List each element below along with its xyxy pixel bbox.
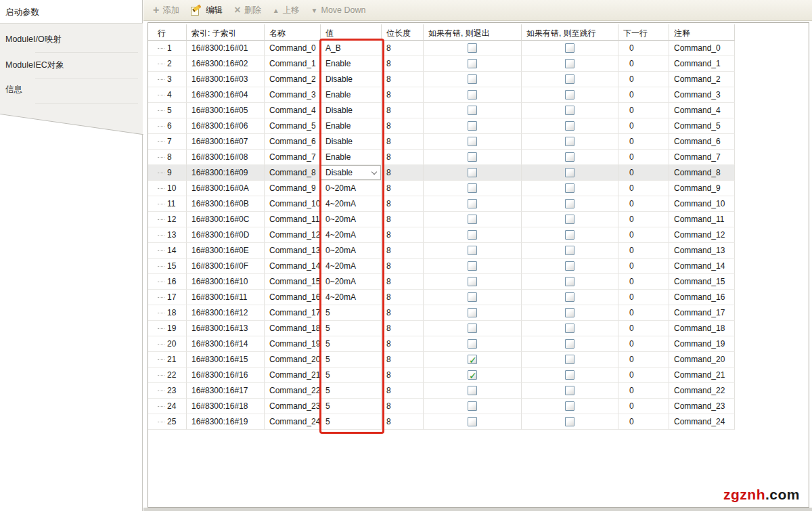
abort-checkbox[interactable] — [468, 106, 477, 115]
table-row[interactable]: 22 16#8300:16#16 Command_21 5 8 0 Comman… — [148, 368, 736, 383]
jump-checkbox[interactable] — [565, 308, 574, 317]
table-row[interactable]: 20 16#8300:16#14 Command_19 5 8 0 Comman… — [148, 336, 736, 352]
value-cell[interactable]: 5 — [321, 399, 382, 414]
column-header-name[interactable]: 名称 — [265, 24, 321, 41]
abort-checkbox[interactable] — [468, 199, 477, 208]
value-cell[interactable]: 5 — [321, 383, 382, 399]
table-row[interactable]: 23 16#8300:16#17 Command_22 5 8 0 Comman… — [148, 383, 736, 399]
jump-checkbox[interactable] — [565, 230, 574, 240]
jump-checkbox[interactable] — [565, 261, 574, 271]
value-cell[interactable]: Disable — [321, 103, 382, 118]
value-cell[interactable]: 4~20mA — [321, 196, 382, 212]
value-cell[interactable]: 0~20mA — [321, 212, 382, 227]
abort-checkbox[interactable] — [468, 215, 477, 224]
abort-checkbox[interactable] — [468, 152, 477, 162]
table-row[interactable]: 8 16#8300:16#08 Command_7 Enable 8 0 Com… — [148, 150, 736, 165]
table-row[interactable]: 1 16#8300:16#01 Command_0 A_B 8 0 Comman… — [148, 41, 736, 56]
move-down-button[interactable]: ▼ Move Down — [311, 5, 366, 15]
sidebar-tab-module-iec-objects[interactable]: ModuleIEC对象 — [5, 60, 64, 71]
value-cell[interactable]: 5 — [321, 336, 382, 352]
value-cell[interactable]: Disable — [321, 72, 382, 87]
dropdown-chevron-icon[interactable] — [371, 169, 377, 175]
abort-checkbox[interactable] — [468, 308, 477, 317]
value-cell[interactable]: Enable — [321, 56, 382, 72]
jump-checkbox[interactable] — [565, 339, 574, 349]
table-row[interactable]: 21 16#8300:16#15 Command_20 5 8 0 Comman… — [148, 352, 736, 368]
abort-checkbox[interactable] — [468, 246, 477, 255]
table-row[interactable]: 4 16#8300:16#04 Command_3 Enable 8 0 Com… — [148, 87, 736, 103]
jump-checkbox[interactable] — [565, 106, 574, 115]
add-button[interactable]: + 添加 — [153, 5, 179, 16]
jump-checkbox[interactable] — [565, 183, 574, 193]
value-cell[interactable]: 4~20mA — [321, 227, 382, 243]
table-row[interactable]: 18 16#8300:16#12 Command_17 5 8 0 Comman… — [148, 305, 736, 321]
column-header-index[interactable]: 索引: 子索引 — [187, 24, 265, 41]
table-row[interactable]: 7 16#8300:16#07 Command_6 Disable 8 0 Co… — [148, 134, 736, 150]
abort-checkbox[interactable] — [468, 168, 477, 177]
abort-checkbox[interactable] — [468, 261, 477, 271]
abort-checkbox[interactable] — [468, 90, 477, 99]
edit-button[interactable]: 编辑 — [191, 5, 223, 16]
jump-checkbox[interactable] — [565, 277, 574, 286]
table-row[interactable]: 17 16#8300:16#11 Command_16 4~20mA 8 0 C… — [148, 290, 736, 305]
table-row[interactable]: 10 16#8300:16#0A Command_9 0~20mA 8 0 Co… — [148, 181, 736, 196]
column-header-bitlength[interactable]: 位长度 — [382, 24, 424, 41]
jump-checkbox[interactable] — [565, 152, 574, 162]
table-row[interactable]: 12 16#8300:16#0C Command_11 0~20mA 8 0 C… — [148, 212, 736, 227]
table-row[interactable]: 16 16#8300:16#10 Command_15 0~20mA 8 0 C… — [148, 274, 736, 290]
move-up-button[interactable]: ▲ 上移 — [273, 5, 300, 16]
value-cell[interactable]: A_B — [321, 41, 382, 56]
value-cell[interactable]: Enable — [321, 118, 382, 134]
sidebar-tab-information[interactable]: 信息 — [5, 84, 22, 95]
value-cell[interactable]: 4~20mA — [321, 290, 382, 305]
value-cell[interactable]: Disable — [321, 134, 382, 150]
jump-checkbox[interactable] — [565, 199, 574, 208]
column-header-next-line[interactable]: 下一行 — [618, 24, 669, 41]
table-row[interactable]: 25 16#8300:16#19 Command_24 5 8 0 Comman… — [148, 414, 736, 430]
abort-checkbox[interactable] — [468, 339, 477, 349]
abort-checkbox[interactable] — [468, 121, 477, 131]
table-row[interactable]: 24 16#8300:16#18 Command_23 5 8 0 Comman… — [148, 399, 736, 414]
abort-checkbox[interactable] — [468, 74, 477, 84]
value-cell[interactable]: 5 — [321, 414, 382, 430]
abort-checkbox[interactable] — [468, 417, 477, 426]
table-row[interactable]: 11 16#8300:16#0B Command_10 4~20mA 8 0 C… — [148, 196, 736, 212]
table-row[interactable]: 9 16#8300:16#09 Command_8 Disable 8 0 Co… — [148, 165, 736, 181]
table-row[interactable]: 13 16#8300:16#0D Command_12 4~20mA 8 0 C… — [148, 227, 736, 243]
jump-checkbox[interactable] — [565, 43, 574, 53]
abort-checkbox[interactable] — [468, 324, 477, 333]
abort-checkbox[interactable] — [468, 386, 477, 395]
value-cell[interactable]: 5 — [321, 305, 382, 321]
abort-checkbox[interactable] — [468, 230, 477, 240]
table-row[interactable]: 2 16#8300:16#02 Command_1 Enable 8 0 Com… — [148, 56, 736, 72]
abort-checkbox[interactable] — [468, 183, 477, 193]
value-cell[interactable]: Enable — [321, 150, 382, 165]
sidebar-tab-module-io-mapping[interactable]: ModuleI/O映射 — [5, 34, 62, 45]
value-cell[interactable]: 5 — [321, 368, 382, 383]
abort-checkbox[interactable] — [468, 137, 477, 146]
sidebar-tab-startup-parameters[interactable]: 启动参数 — [5, 7, 39, 18]
jump-checkbox[interactable] — [565, 370, 574, 380]
jump-checkbox[interactable] — [565, 246, 574, 255]
value-cell[interactable]: 0~20mA — [321, 243, 382, 259]
table-row[interactable]: 19 16#8300:16#13 Command_18 5 8 0 Comman… — [148, 321, 736, 336]
abort-checkbox[interactable] — [468, 59, 477, 68]
jump-checkbox[interactable] — [565, 386, 574, 395]
table-row[interactable]: 3 16#8300:16#03 Command_2 Disable 8 0 Co… — [148, 72, 736, 87]
jump-checkbox[interactable] — [565, 355, 574, 364]
value-cell[interactable]: Enable — [321, 87, 382, 103]
value-cell[interactable]: 4~20mA — [321, 259, 382, 274]
abort-checkbox[interactable] — [468, 401, 477, 411]
value-cell[interactable]: 0~20mA — [321, 274, 382, 290]
abort-checkbox[interactable] — [468, 355, 477, 364]
jump-checkbox[interactable] — [565, 90, 574, 99]
abort-checkbox[interactable] — [468, 370, 477, 380]
jump-checkbox[interactable] — [565, 417, 574, 426]
column-header-comment[interactable]: 注释 — [669, 24, 735, 41]
table-row[interactable]: 6 16#8300:16#06 Command_5 Enable 8 0 Com… — [148, 118, 736, 134]
column-header-line[interactable]: 行 — [148, 24, 187, 41]
table-row[interactable]: 15 16#8300:16#0F Command_14 4~20mA 8 0 C… — [148, 259, 736, 274]
value-cell[interactable]: Disable — [321, 165, 382, 181]
jump-checkbox[interactable] — [565, 168, 574, 177]
jump-checkbox[interactable] — [565, 215, 574, 224]
